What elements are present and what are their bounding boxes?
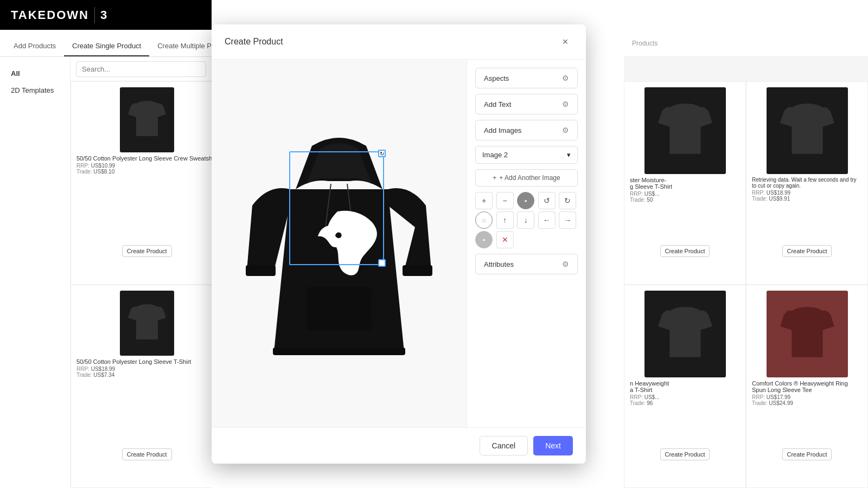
rotate-left-button[interactable]: ↺ — [538, 192, 556, 209]
create-product-button[interactable]: Create Product — [122, 448, 172, 460]
right-product-image — [767, 87, 848, 174]
product-name: 50/50 Cotton Polyester Long Sleeve Crew … — [76, 155, 212, 162]
add-text-icon: ⚙ — [562, 100, 569, 108]
right-product-trade: Trade: US$24.99 — [752, 400, 862, 406]
add-text-label: Add Text — [484, 100, 511, 108]
create-product-button-right[interactable]: Create Product — [782, 245, 832, 257]
circle-outline-icon: ○ — [482, 216, 486, 224]
create-product-button-right[interactable]: Create Product — [660, 245, 710, 257]
arrow-up-icon: ↑ — [503, 216, 507, 224]
move-down-button[interactable]: ↓ — [517, 211, 534, 229]
right-header: Products — [624, 30, 868, 57]
sidebar-item-2d-templates[interactable]: 2D Templates — [0, 82, 70, 99]
svg-rect-0 — [307, 287, 372, 330]
arrow-left-icon: ← — [543, 216, 551, 224]
shirt-icon-maroon — [780, 301, 834, 367]
tab-add-products[interactable]: Add Products — [5, 36, 64, 56]
right-product-card: Create Product ster Moisture-g Sleeve T-… — [624, 81, 746, 285]
add-images-button[interactable]: Add Images ⚙ — [475, 120, 578, 140]
circle-fill-icon: ● — [525, 198, 527, 203]
image-toolbar: + − ● ↺ ↻ ○ ↑ — [475, 192, 578, 248]
aspects-button[interactable]: Aspects ⚙ — [475, 68, 578, 88]
create-product-button[interactable]: Create Product — [122, 245, 172, 257]
logo-text: TAKEDOWN — [11, 8, 89, 22]
modal-header: Create Product × — [212, 24, 586, 60]
settings-icon: ⚙ — [562, 74, 569, 82]
close-icon: ✕ — [502, 235, 508, 244]
tabs-bar: Add Products Create Single Product Creat… — [0, 30, 212, 57]
image-selector-dropdown[interactable]: Image 2 ▾ — [475, 146, 578, 164]
delete-image-button[interactable]: ✕ — [496, 231, 514, 248]
product-image — [120, 291, 174, 356]
left-sidebar: All 2D Templates — [0, 57, 71, 488]
right-product-rrp: RRP: US$... — [630, 191, 740, 197]
left-product-grid: Create Product 50/50 Cotton Polyester Lo… — [71, 81, 212, 488]
logo-divider — [94, 7, 95, 23]
plus-icon: + — [482, 196, 486, 205]
modal-title: Create Product — [225, 37, 283, 47]
circle-outline-button[interactable]: ○ — [475, 211, 493, 229]
right-product-image-maroon — [767, 291, 848, 377]
product-rrp: RRP: US$10.99 — [76, 163, 212, 169]
zoom-in-button[interactable]: + — [475, 192, 493, 209]
right-product-card: Create Product n Heavyweighta T-Shirt RR… — [624, 285, 746, 488]
right-product-rrp: RRP: US$17.99 — [752, 394, 862, 400]
cancel-button[interactable]: Cancel — [480, 436, 528, 455]
search-input[interactable] — [76, 61, 206, 77]
modal-footer: Cancel Next — [212, 427, 586, 464]
right-product-name: Retrieving data. Wait a few seconds and … — [752, 177, 862, 189]
tab-create-single[interactable]: Create Single Product — [64, 36, 149, 56]
right-product-grid: Create Product ster Moisture-g Sleeve T-… — [624, 81, 868, 488]
rotate-left-icon: ↺ — [544, 196, 550, 205]
add-images-label: Add Images — [484, 126, 521, 134]
shirt-icon — [658, 98, 712, 163]
fill-button[interactable]: ● — [475, 231, 493, 248]
right-product-image — [644, 87, 726, 174]
rotate-right-button[interactable]: ↻ — [559, 192, 576, 209]
modal-close-button[interactable]: × — [558, 34, 573, 49]
add-text-button[interactable]: Add Text ⚙ — [475, 94, 578, 114]
resize-handle[interactable] — [378, 259, 386, 267]
product-trade: Trade: US$8.10 — [76, 169, 212, 175]
arrow-down-icon: ↓ — [524, 216, 528, 224]
right-header-label: Products — [632, 40, 658, 47]
image-selector-value: Image 2 — [482, 151, 508, 159]
center-button[interactable]: ● — [517, 192, 534, 209]
move-right-button[interactable]: → — [559, 211, 576, 229]
chevron-down-icon: ▾ — [567, 151, 571, 159]
rotate-right-icon: ↻ — [564, 196, 571, 205]
create-product-button-right[interactable]: Create Product — [782, 448, 832, 460]
right-product-image — [644, 291, 726, 377]
right-product-name: n Heavyweighta T-Shirt — [630, 380, 740, 393]
right-product-trade: Trade: US$9.91 — [752, 196, 862, 202]
product-name: 50/50 Cotton Polyester Long Sleeve T-Shi… — [76, 358, 212, 365]
svg-rect-2 — [403, 265, 432, 276]
shirt-icon — [780, 98, 834, 163]
move-up-button[interactable]: ↑ — [496, 211, 514, 229]
circle-fill2-icon: ● — [483, 237, 486, 242]
sidebar-item-all[interactable]: All — [0, 65, 70, 82]
add-another-image-button[interactable]: + + Add Another Image — [475, 169, 578, 187]
product-card: Create Product 50/50 Cotton Polyester Lo… — [71, 81, 212, 285]
attributes-button[interactable]: Attributes ⚙ — [475, 254, 578, 274]
right-product-trade: Trade: 96 — [630, 400, 740, 406]
add-images-icon: ⚙ — [562, 126, 569, 134]
next-button[interactable]: Next — [533, 436, 573, 455]
create-product-modal: Create Product × — [212, 24, 586, 464]
shirt-icon — [658, 301, 712, 367]
zoom-out-button[interactable]: − — [496, 192, 514, 209]
create-product-button-right[interactable]: Create Product — [660, 448, 710, 460]
move-left-button[interactable]: ← — [538, 211, 556, 229]
attributes-label: Attributes — [484, 260, 514, 268]
product-image — [120, 87, 174, 152]
app-header: TAKEDOWN 3 — [0, 0, 212, 30]
design-selection-overlay[interactable]: ↻ — [289, 151, 384, 265]
sweatshirt-icon — [128, 98, 166, 142]
right-product-card: Create Product Retrieving data. Wait a f… — [746, 81, 868, 285]
attributes-settings-icon: ⚙ — [562, 260, 569, 268]
right-product-rrp: RRP: US$18.99 — [752, 190, 862, 196]
right-product-name: Comfort Colors ® Heavyweight Ring Spun L… — [752, 380, 862, 393]
add-another-label: + Add Another Image — [499, 174, 560, 182]
rotate-handle[interactable]: ↻ — [378, 150, 386, 157]
modal-body: ↻ Aspects ⚙ Add Text ⚙ Add Images ⚙ — [212, 60, 586, 427]
